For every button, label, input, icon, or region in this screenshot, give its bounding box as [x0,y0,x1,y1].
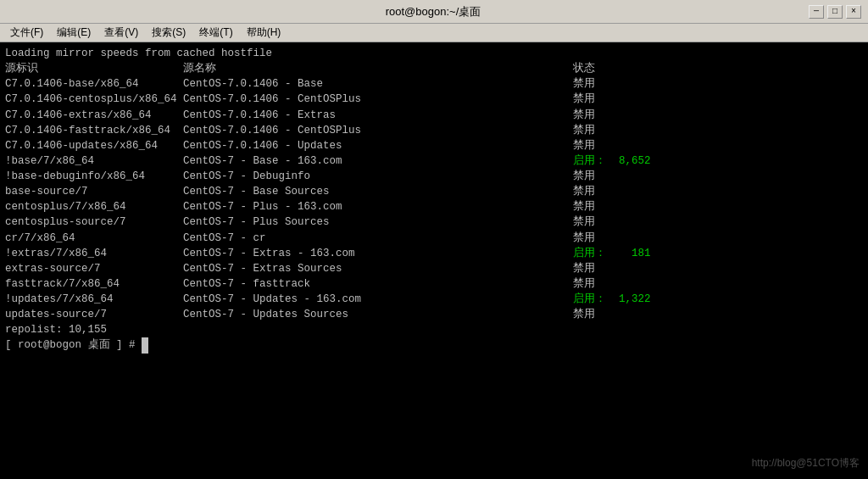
repo-status: 禁用 [573,231,595,246]
repo-name: CentOS-7.0.1406 - CentOSPlus [183,123,573,138]
window-title: root@bogon:~/桌面 [58,4,809,19]
repo-id: !extras/7/x86_64 [5,246,183,261]
repo-name: CentOS-7.0.1406 - Updates [183,138,573,153]
repo-name: CentOS-7 - Base - 163.com [183,153,573,169]
repo-status: 禁用 [573,169,595,184]
table-row: cr/7/x86_64CentOS-7 - cr禁用 [5,231,863,246]
menu-item-编辑(E)[interactable]: 编辑(E) [50,24,97,42]
repo-status: 禁用 [573,123,595,138]
repo-id: C7.0.1406-extras/x86_64 [5,108,183,123]
menu-item-帮助(H)[interactable]: 帮助(H) [240,24,288,42]
table-row: centosplus-source/7CentOS-7 - Plus Sourc… [5,214,863,230]
window-controls: ─ □ × [809,5,861,19]
repo-status: 禁用 [573,138,595,153]
repo-name: CentOS-7 - fasttrack [183,276,573,292]
col3-header: 状态 [573,61,595,76]
repo-id: cr/7/x86_64 [5,231,183,246]
repo-name: CentOS-7.0.1406 - Extras [183,108,573,123]
repo-id: base-source/7 [5,184,183,199]
repo-id: C7.0.1406-updates/x86_64 [5,138,183,153]
table-row: updates-source/7CentOS-7 - Updates Sourc… [5,307,863,322]
prompt-line: [ root@bogon 桌面 ] # [5,337,863,353]
terminal: Loading mirror speeds from cached hostfi… [0,42,868,479]
table-row: !extras/7/x86_64CentOS-7 - Extras - 163.… [5,246,863,261]
repo-name: CentOS-7 - Extras - 163.com [183,246,573,261]
repo-name: CentOS-7 - Updates - 163.com [183,292,573,307]
watermark: http://blog@51CTO博客 [752,456,860,471]
repo-id: !updates/7/x86_64 [5,292,183,307]
repo-name: CentOS-7 - Extras Sources [183,261,573,276]
repo-id: C7.0.1406-centosplus/x86_64 [5,92,183,107]
repo-status: 禁用 [573,184,595,199]
minimize-button[interactable]: ─ [809,5,824,19]
repo-id: centosplus/7/x86_64 [5,199,183,214]
menu-item-搜索(S)[interactable]: 搜索(S) [145,24,192,42]
repo-status: 启用： 181 [573,246,651,261]
table-row: !updates/7/x86_64CentOS-7 - Updates - 16… [5,292,863,307]
repo-id: C7.0.1406-base/x86_64 [5,76,183,92]
maximize-button[interactable]: □ [827,5,843,19]
repo-table: C7.0.1406-base/x86_64CentOS-7.0.1406 - B… [5,76,863,322]
repo-status: 禁用 [573,108,595,123]
cursor [142,337,148,353]
repo-status: 禁用 [573,92,595,107]
repo-status: 禁用 [573,261,595,276]
table-row: !base/7/x86_64CentOS-7 - Base - 163.com启… [5,153,863,169]
table-row: !base-debuginfo/x86_64CentOS-7 - Debugin… [5,169,863,184]
table-row: extras-source/7CentOS-7 - Extras Sources… [5,261,863,276]
repo-name: CentOS-7.0.1406 - Base [183,76,573,92]
repo-status: 禁用 [573,307,595,322]
repo-id: !base/7/x86_64 [5,153,183,169]
menu-bar: 文件(F)编辑(E)查看(V)搜索(S)终端(T)帮助(H) [0,24,868,42]
repo-status: 禁用 [573,214,595,230]
repo-name: CentOS-7 - cr [183,231,573,246]
repo-id: C7.0.1406-fasttrack/x86_64 [5,123,183,138]
repo-id: updates-source/7 [5,307,183,322]
col1-header: 源标识 [5,61,183,76]
table-row: centosplus/7/x86_64CentOS-7 - Plus - 163… [5,199,863,214]
repo-name: CentOS-7 - Base Sources [183,184,573,199]
repo-name: CentOS-7 - Plus Sources [183,214,573,230]
repo-status: 启用： 8,652 [573,153,651,169]
table-row: C7.0.1406-extras/x86_64CentOS-7.0.1406 -… [5,108,863,123]
table-row: C7.0.1406-base/x86_64CentOS-7.0.1406 - B… [5,76,863,92]
col2-header: 源名称 [183,61,573,76]
repo-name: CentOS-7.0.1406 - CentOSPlus [183,92,573,107]
close-button[interactable]: × [846,5,861,19]
table-row: base-source/7CentOS-7 - Base Sources禁用 [5,184,863,199]
menu-item-终端(T)[interactable]: 终端(T) [192,24,239,42]
repo-id: extras-source/7 [5,261,183,276]
table-row: C7.0.1406-centosplus/x86_64CentOS-7.0.14… [5,92,863,107]
table-row: fasttrack/7/x86_64CentOS-7 - fasttrack禁用 [5,276,863,292]
table-row: C7.0.1406-updates/x86_64CentOS-7.0.1406 … [5,138,863,153]
repo-name: CentOS-7 - Debuginfo [183,169,573,184]
menu-item-查看(V)[interactable]: 查看(V) [97,24,145,42]
repo-name: CentOS-7 - Updates Sources [183,307,573,322]
repo-status: 禁用 [573,199,595,214]
menu-item-文件(F)[interactable]: 文件(F) [3,24,50,42]
repo-status: 禁用 [573,76,595,92]
header-row: 源标识 源名称 状态 [5,61,863,76]
repo-id: centosplus-source/7 [5,214,183,230]
repo-status: 禁用 [573,276,595,292]
repo-name: CentOS-7 - Plus - 163.com [183,199,573,214]
repo-status: 启用： 1,322 [573,292,651,307]
repolist-line: repolist: 10,155 [5,322,863,337]
table-row: C7.0.1406-fasttrack/x86_64CentOS-7.0.140… [5,123,863,138]
title-bar: root@bogon:~/桌面 ─ □ × [0,0,868,24]
repo-id: fasttrack/7/x86_64 [5,276,183,292]
repo-id: !base-debuginfo/x86_64 [5,169,183,184]
loading-line: Loading mirror speeds from cached hostfi… [5,46,863,61]
